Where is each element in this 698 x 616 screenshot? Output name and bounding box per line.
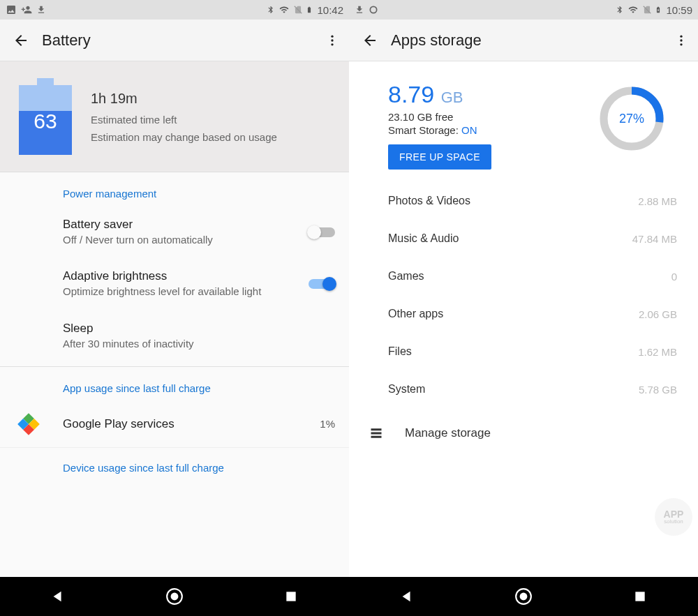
- category-value: 1.62 MB: [638, 346, 677, 358]
- storage-category-row[interactable]: Photos & Videos2.88 MB: [349, 182, 698, 220]
- square-recent-icon: [284, 589, 298, 603]
- triangle-back-icon: [399, 589, 415, 604]
- status-bar: 10:42: [0, 0, 349, 20]
- status-time: 10:59: [666, 4, 692, 16]
- adaptive-brightness-sub: Optimize brightness level for available …: [63, 285, 300, 299]
- category-value: 0: [671, 271, 677, 283]
- adaptive-brightness-title: Adaptive brightness: [63, 269, 300, 283]
- nav-home-button[interactable]: [154, 583, 195, 610]
- storage-category-row[interactable]: Files1.62 MB: [349, 333, 698, 370]
- category-value: 2.06 GB: [639, 308, 677, 320]
- nav-recent-button[interactable]: [270, 583, 312, 610]
- category-value: 2.88 MB: [638, 195, 677, 207]
- adaptive-brightness-row[interactable]: Adaptive brightness Optimize brightness …: [0, 258, 349, 310]
- battery-saver-row[interactable]: Battery saver Off / Never turn on automa…: [0, 206, 349, 258]
- content-area: 63 1h 19m Estimated time left Estimation…: [0, 61, 349, 577]
- svg-point-11: [680, 35, 682, 37]
- app-usage-play-services[interactable]: Google Play services 1%: [0, 401, 349, 448]
- storage-category-row[interactable]: Other apps2.06 GB: [349, 295, 698, 333]
- overflow-menu-button[interactable]: [318, 33, 339, 47]
- storage-percent-ring: 27%: [586, 84, 677, 153]
- photo-icon: [6, 4, 17, 15]
- nav-bar: [0, 577, 349, 616]
- svg-rect-3: [37, 78, 54, 85]
- more-vert-icon: [674, 33, 688, 47]
- app-name: Google Play services: [63, 417, 304, 431]
- watermark: APP solution: [655, 498, 692, 536]
- nav-back-button[interactable]: [386, 583, 428, 610]
- svg-text:27%: 27%: [619, 112, 644, 126]
- storage-icon: [369, 427, 384, 440]
- adaptive-brightness-toggle[interactable]: [309, 279, 335, 289]
- storage-screen: 10:59 Apps storage 8.79 GB 23.10 GB free…: [349, 0, 698, 616]
- category-name: Music & Audio: [388, 232, 632, 245]
- circle-home-icon: [514, 587, 533, 606]
- svg-point-8: [171, 593, 179, 601]
- play-services-icon: [15, 411, 42, 437]
- manage-storage-label: Manage storage: [405, 426, 491, 440]
- manage-storage-row[interactable]: Manage storage: [349, 408, 698, 458]
- category-value: 5.78 GB: [639, 384, 677, 396]
- battery-saver-title: Battery saver: [63, 218, 300, 232]
- svg-point-1: [331, 39, 333, 41]
- nav-home-button[interactable]: [503, 583, 544, 610]
- battery-estimate-label: Estimated time left: [91, 114, 335, 126]
- sleep-row[interactable]: Sleep After 30 minutes of inactivity: [0, 310, 349, 362]
- back-button[interactable]: [362, 32, 391, 49]
- storage-used: 8.79 GB: [388, 81, 586, 108]
- content-area: 8.79 GB 23.10 GB free Smart Storage: ON …: [349, 61, 698, 577]
- overflow-menu-button[interactable]: [667, 33, 688, 47]
- bluetooth-icon: [267, 4, 275, 15]
- battery-charging-icon: [655, 4, 662, 15]
- section-power-management: Power management: [0, 172, 349, 206]
- storage-free: 23.10 GB free: [388, 111, 586, 123]
- storage-summary: 8.79 GB 23.10 GB free Smart Storage: ON …: [349, 61, 698, 182]
- wifi-icon: [627, 5, 639, 15]
- category-value: 47.84 MB: [632, 233, 677, 245]
- svg-rect-9: [286, 592, 295, 601]
- smart-storage-status: Smart Storage: ON: [388, 124, 586, 136]
- nav-recent-button[interactable]: [619, 583, 661, 610]
- svg-point-0: [331, 35, 333, 37]
- nav-bar: [349, 577, 698, 616]
- arrow-back-icon: [13, 32, 29, 49]
- svg-point-12: [680, 39, 682, 41]
- page-title: Apps storage: [391, 31, 667, 50]
- category-name: Games: [388, 270, 671, 283]
- nav-back-button[interactable]: [37, 583, 79, 610]
- battery-icon: [306, 4, 313, 15]
- battery-summary-card[interactable]: 63 1h 19m Estimated time left Estimation…: [0, 61, 349, 172]
- storage-category-row[interactable]: System5.78 GB: [349, 370, 698, 408]
- storage-category-row[interactable]: Music & Audio47.84 MB: [349, 220, 698, 257]
- battery-saver-toggle[interactable]: [309, 227, 335, 237]
- download-icon: [36, 5, 46, 15]
- svg-rect-22: [635, 592, 644, 601]
- storage-category-row[interactable]: Games0: [349, 257, 698, 295]
- free-up-space-button[interactable]: FREE UP SPACE: [388, 144, 491, 170]
- battery-screen: 10:42 Battery 63 1h 19m Estimated time l: [0, 0, 349, 616]
- more-vert-icon: [325, 33, 339, 47]
- back-button[interactable]: [13, 32, 42, 49]
- category-name: Other apps: [388, 308, 639, 320]
- app-bar: Apps storage: [349, 20, 698, 61]
- square-recent-icon: [633, 589, 647, 603]
- battery-time-left: 1h 19m: [91, 91, 335, 107]
- wifi-icon: [278, 5, 290, 15]
- app-bar: Battery: [0, 20, 349, 61]
- battery-level-icon: 63: [19, 78, 72, 155]
- no-sim-icon: [642, 4, 652, 15]
- download-icon: [355, 5, 364, 15]
- category-name: Photos & Videos: [388, 195, 638, 207]
- svg-point-13: [680, 43, 682, 45]
- sleep-sub: After 30 minutes of inactivity: [63, 337, 335, 351]
- section-device-usage: Device usage since last full charge: [0, 448, 349, 481]
- circle-home-icon: [165, 587, 184, 606]
- no-sim-icon: [293, 4, 303, 15]
- svg-rect-18: [371, 433, 382, 435]
- battery-note: Estimation may change based on usage: [91, 131, 335, 143]
- svg-point-21: [520, 593, 528, 601]
- svg-rect-17: [371, 428, 382, 430]
- circle-icon: [369, 5, 378, 15]
- status-bar: 10:59: [349, 0, 698, 20]
- triangle-back-icon: [50, 589, 66, 604]
